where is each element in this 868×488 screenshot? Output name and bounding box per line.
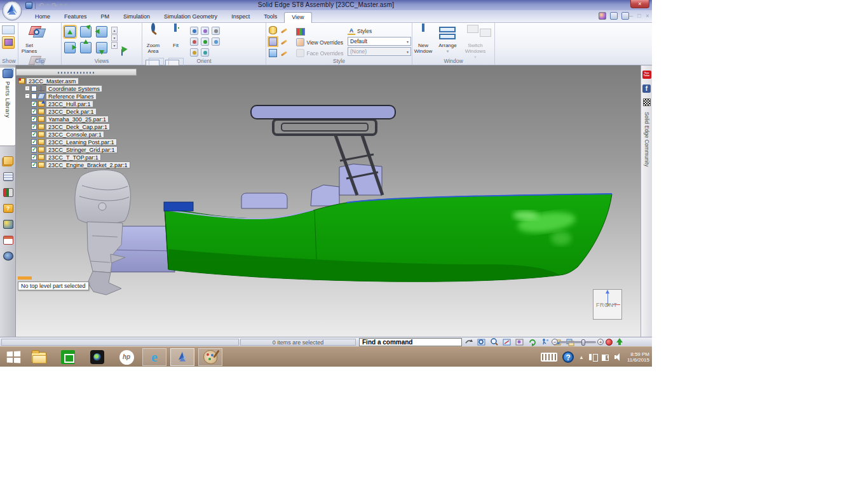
- pathfinder-grip-bar[interactable]: [16, 69, 137, 76]
- tree-part-row[interactable]: 23CC_Leaning Post.par:1: [31, 138, 130, 146]
- zoom-slider-track[interactable]: [559, 341, 596, 343]
- zoom-icon[interactable]: [190, 27, 198, 35]
- zoom-icon[interactable]: [491, 339, 498, 345]
- start-button[interactable]: [1, 348, 25, 366]
- part-deck-blue[interactable]: [164, 202, 193, 211]
- view-bottom-button[interactable]: [96, 42, 107, 53]
- part-yamaha-engine[interactable]: [75, 170, 130, 295]
- tree-part-row[interactable]: 23CC_Engine_Bracket_2.par:1: [31, 161, 130, 168]
- view-overrides-button[interactable]: View Overrides: [296, 37, 343, 47]
- view-overrides-dropdown[interactable]: Default▾: [348, 37, 411, 46]
- tree-group-row[interactable]: − Coordinate Systems: [25, 85, 130, 92]
- walk-through-icon[interactable]: [543, 339, 548, 344]
- community-label[interactable]: Solid Edge Community: [644, 112, 650, 166]
- facebook-icon[interactable]: f: [642, 85, 651, 93]
- tab-home[interactable]: Home: [28, 12, 57, 23]
- app-button-solid-edge-logo[interactable]: [2, 1, 22, 21]
- parts-library-tab[interactable]: Parts Library: [0, 67, 16, 146]
- help-sphere-icon[interactable]: [599, 12, 606, 20]
- views-spin-mid-icon[interactable]: ▾: [111, 34, 118, 41]
- record-icon[interactable]: [606, 339, 613, 346]
- zoom-area-button[interactable]: Zoom Area: [142, 24, 164, 54]
- raise-window-icon[interactable]: [616, 338, 623, 346]
- view-left-button[interactable]: [96, 26, 107, 37]
- family-of-assemblies-icon[interactable]: [3, 156, 13, 165]
- part-visibility-checkbox[interactable]: [31, 132, 37, 137]
- battery-icon[interactable]: [602, 353, 609, 361]
- sketch-style-icon[interactable]: [280, 26, 288, 34]
- rotate-icon[interactable]: [212, 27, 220, 35]
- tab-pm[interactable]: PM: [94, 12, 117, 23]
- texture-style-icon[interactable]: [269, 26, 277, 34]
- layers-icon[interactable]: [3, 172, 13, 181]
- switch-windows-button[interactable]: Switch Windows▾: [461, 24, 489, 60]
- close-button[interactable]: ×: [630, 0, 649, 8]
- solid-edge-taskbar-button[interactable]: [170, 348, 194, 366]
- zoom-slider-thumb[interactable]: [581, 339, 585, 346]
- store-app-button[interactable]: [56, 348, 80, 366]
- tree-part-row[interactable]: 23CC_Console.par:1: [31, 130, 130, 138]
- file-explorer-button[interactable]: [27, 348, 51, 366]
- rendering-icon[interactable]: [3, 220, 13, 229]
- part-visibility-checkbox[interactable]: [31, 109, 37, 114]
- views-spin-up-icon[interactable]: ▴: [111, 27, 118, 34]
- view-styles-icon[interactable]: [516, 339, 523, 345]
- qat-customize-icon[interactable]: ▾: [64, 3, 67, 8]
- collapse-icon[interactable]: −: [25, 93, 30, 98]
- tree-part-row[interactable]: 23CC_Deck_Cap.par:1: [31, 123, 130, 130]
- part-visibility-checkbox[interactable]: [31, 116, 37, 122]
- common-views-icon[interactable]: [201, 37, 209, 46]
- styles-button[interactable]: A Styles: [348, 27, 411, 36]
- arrange-button[interactable]: Arrange▾: [437, 24, 458, 54]
- tab-simulation[interactable]: Simulation: [116, 12, 157, 23]
- tree-part-row[interactable]: 23CC_Stringer_Grid.par:1: [31, 146, 130, 153]
- part-visibility-checkbox[interactable]: [31, 101, 37, 107]
- touch-keyboard-icon[interactable]: [541, 353, 557, 362]
- views-spin-down-icon[interactable]: ▾: [111, 42, 118, 49]
- zoom-area-icon[interactable]: [478, 339, 485, 345]
- collapse-icon[interactable]: −: [25, 86, 30, 91]
- undo-dropdown-icon[interactable]: ▾: [46, 3, 49, 8]
- part-visibility-checkbox[interactable]: [31, 147, 37, 152]
- named-views-icon[interactable]: [190, 48, 198, 57]
- set-planes-button[interactable]: Set Planes: [18, 24, 40, 54]
- face-overrides-button[interactable]: Face Overrides: [296, 48, 343, 58]
- tree-part-row[interactable]: 23CC_Hull.par:1: [31, 100, 130, 107]
- zoom-out-icon[interactable]: −: [552, 339, 558, 345]
- taskbar-clock[interactable]: 8:59 PM 11/6/2015: [627, 351, 651, 363]
- fit-button[interactable]: Fit: [166, 24, 184, 48]
- internet-explorer-button[interactable]: e: [142, 348, 166, 366]
- reference-planes-checkbox[interactable]: [31, 93, 37, 99]
- look-at-face-icon[interactable]: [190, 37, 198, 46]
- new-window-button[interactable]: New Window: [412, 24, 434, 54]
- color-manager-icon[interactable]: [296, 28, 305, 36]
- doc-close-icon[interactable]: ×: [644, 13, 651, 19]
- redo-button[interactable]: ↷: [51, 2, 57, 8]
- view-right-button[interactable]: [64, 42, 76, 53]
- help-tray-icon[interactable]: ?: [562, 351, 574, 363]
- tree-part-row[interactable]: 23CC_Deck.par:1: [31, 107, 130, 115]
- web-clock-icon[interactable]: [3, 252, 13, 261]
- doc-restore-icon[interactable]: □: [636, 13, 642, 19]
- tree-group-row[interactable]: − Reference Planes: [25, 92, 130, 100]
- animation-icon[interactable]: [3, 188, 13, 197]
- part-hull[interactable]: [165, 194, 612, 281]
- tab-tools[interactable]: Tools: [257, 12, 284, 23]
- part-visibility-checkbox[interactable]: [31, 154, 37, 160]
- edge-painter-icon[interactable]: [280, 37, 288, 46]
- tree-root-row[interactable]: 23CC_Master.asm: [18, 77, 130, 85]
- coordinate-systems-checkbox[interactable]: [31, 86, 37, 92]
- part-painter-icon[interactable]: [269, 37, 277, 46]
- show-hide-dropdown-button[interactable]: [2, 25, 15, 34]
- redo-dropdown-icon[interactable]: ▾: [60, 3, 62, 8]
- tab-view[interactable]: View: [284, 12, 311, 23]
- part-visibility-checkbox[interactable]: [31, 139, 37, 145]
- find-a-command-input[interactable]: Find a command: [359, 338, 462, 346]
- action-center-icon[interactable]: [589, 353, 597, 361]
- tables-icon[interactable]: [3, 236, 13, 245]
- hp-app-button[interactable]: hp: [114, 348, 139, 366]
- show-all-button[interactable]: [2, 36, 15, 49]
- rotate-icon[interactable]: [466, 339, 473, 343]
- reflections-icon[interactable]: [280, 49, 288, 57]
- qr-code-icon[interactable]: [643, 98, 651, 106]
